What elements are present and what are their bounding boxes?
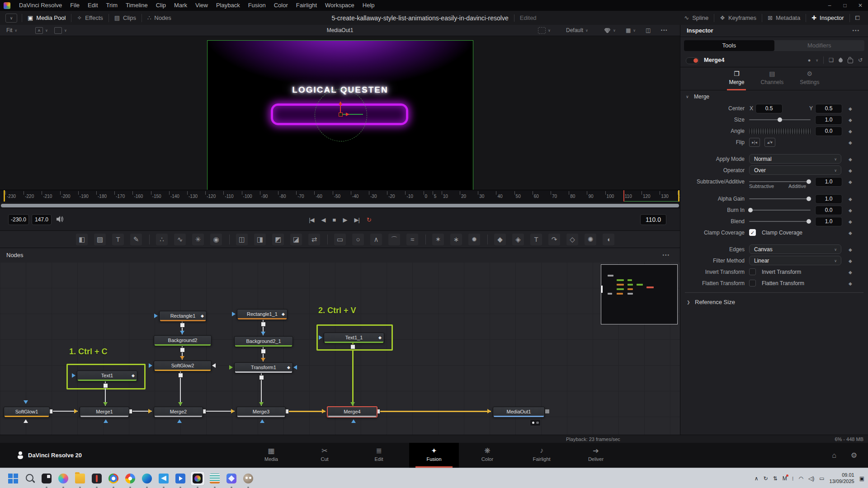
slider-thumb[interactable] bbox=[748, 208, 753, 212]
tray-updown-icon[interactable]: ⇅ bbox=[773, 475, 778, 482]
keyframes-button[interactable]: ❖Keyframes bbox=[714, 11, 762, 25]
keyframe-diamond-icon[interactable]: ◆ bbox=[849, 165, 852, 176]
menu-edit[interactable]: Edit bbox=[84, 0, 102, 11]
tab-modifiers[interactable]: Modifiers bbox=[774, 40, 865, 51]
lock-icon[interactable] bbox=[848, 59, 853, 63]
param-dropdown[interactable]: Canvas∨ bbox=[749, 244, 841, 254]
reset-icon[interactable]: ↺ bbox=[858, 57, 863, 63]
bender3d-tool-icon[interactable]: ↷ bbox=[548, 234, 560, 245]
lut-dropdown[interactable]: Default∨ bbox=[566, 25, 588, 36]
param-checkbox[interactable] bbox=[749, 268, 756, 275]
node-merge1[interactable]: Merge1 bbox=[80, 407, 129, 417]
pmerge-tool-icon[interactable]: ∗ bbox=[450, 234, 462, 245]
param-value-field[interactable]: 0.0 bbox=[815, 127, 842, 136]
interface-toggle-button[interactable]: ∨ bbox=[5, 14, 17, 23]
keyframe-diamond-icon[interactable]: ◆ bbox=[849, 154, 852, 165]
tray-expand-icon[interactable]: ∧ bbox=[755, 475, 759, 482]
text-tool-icon[interactable]: T bbox=[112, 234, 124, 245]
keyframe-diamond-icon[interactable]: ◆ bbox=[849, 193, 852, 205]
keyframe-diamond-icon[interactable]: ◆ bbox=[849, 137, 852, 148]
step-back-button[interactable]: ◀ bbox=[321, 216, 326, 223]
flip-horizontal-button[interactable]: ▸|◂ bbox=[749, 138, 760, 147]
color-controls-button[interactable]: ∨ bbox=[604, 25, 616, 36]
tray-wifi-icon[interactable]: ◠ bbox=[799, 475, 803, 482]
keyframe-diamond-icon[interactable]: ◆ bbox=[849, 227, 852, 239]
keyframe-diamond-icon[interactable]: ◆ bbox=[849, 176, 852, 188]
menu-color[interactable]: Color bbox=[270, 0, 292, 11]
rectangle-mask-tool-icon[interactable]: ▭ bbox=[334, 234, 346, 245]
tray-mail-icon[interactable]: M bbox=[783, 475, 787, 482]
renderer3d-tool-icon[interactable]: ◖ bbox=[603, 234, 614, 245]
menu-timeline[interactable]: Timeline bbox=[122, 0, 152, 11]
tray-mic-icon[interactable]: ⁝ bbox=[792, 475, 794, 482]
keyframe-diamond-icon[interactable]: ◆ bbox=[849, 216, 852, 227]
taskbar-chrome-icon[interactable] bbox=[107, 472, 120, 485]
loop-button[interactable]: ↻ bbox=[367, 216, 371, 223]
page-tab-cut[interactable]: ✂Cut bbox=[300, 443, 349, 468]
paint-tool-icon[interactable]: ✎ bbox=[130, 234, 142, 245]
flip-vertical-button[interactable]: ▴/▾ bbox=[764, 138, 775, 147]
light3d-tool-icon[interactable]: ✺ bbox=[585, 234, 596, 245]
taskbar-google-app-icon[interactable] bbox=[123, 472, 137, 485]
page-tab-media[interactable]: ▦Media bbox=[246, 443, 296, 468]
page-tab-deliver[interactable]: ➔Deliver bbox=[571, 443, 621, 468]
inspector-options-button[interactable]: ••• bbox=[852, 25, 860, 37]
param-dropdown[interactable]: Normal∨ bbox=[749, 154, 841, 164]
menu-davinci-resolve[interactable]: DaVinci Resolve bbox=[15, 0, 66, 11]
axis-center-handle[interactable] bbox=[339, 113, 343, 117]
metadata-button[interactable]: ⊠Metadata bbox=[762, 11, 806, 25]
merge-section-header[interactable]: ∨ Merge bbox=[680, 90, 868, 103]
keyframe-diamond-icon[interactable]: ◆ bbox=[849, 267, 852, 278]
pin-icon[interactable] bbox=[838, 57, 844, 63]
param-slider[interactable] bbox=[749, 119, 811, 120]
taskbar-notes-app-icon[interactable] bbox=[208, 472, 222, 485]
node-transform1[interactable]: Transform1◆ bbox=[234, 362, 293, 373]
dual-monitor-button[interactable]: ⧠ bbox=[850, 11, 865, 25]
param-dropdown[interactable]: Over∨ bbox=[749, 165, 841, 175]
colorcorrector-tool-icon[interactable]: ✳ bbox=[192, 234, 204, 245]
tray-battery-icon[interactable]: ▭ bbox=[819, 475, 824, 482]
param-value-field[interactable]: 1.0 bbox=[815, 217, 842, 226]
maximize-button[interactable]: □ bbox=[837, 0, 853, 11]
shape3d-tool-icon[interactable]: ◈ bbox=[512, 234, 524, 245]
imageplane3d-tool-icon[interactable]: ◆ bbox=[494, 234, 506, 245]
taskbar-phone-app-icon[interactable] bbox=[90, 472, 104, 485]
text3d-tool-icon[interactable]: T bbox=[530, 234, 542, 245]
menu-trim[interactable]: Trim bbox=[102, 0, 122, 11]
keyframe-diamond-icon[interactable]: ◆ bbox=[849, 205, 852, 216]
node-rectangle1_1[interactable]: Rectangle1_1◆ bbox=[237, 309, 288, 319]
stop-button[interactable]: ■ bbox=[333, 216, 336, 223]
node-merge4[interactable]: Merge4 bbox=[327, 406, 377, 418]
taskbar-gimp-icon[interactable] bbox=[241, 472, 255, 485]
merge-tool-icon[interactable]: ◫ bbox=[236, 234, 248, 245]
ellipse-mask-tool-icon[interactable]: ○ bbox=[352, 234, 364, 245]
node-graph[interactable]: SoftGlow1Merge1Merge2Merge3Merge4MediaOu… bbox=[0, 262, 680, 435]
bspline-mask-tool-icon[interactable]: ⌒ bbox=[388, 234, 400, 245]
keyframe-diamond-icon[interactable]: ◆ bbox=[849, 278, 852, 289]
dissolve-tool-icon[interactable]: ◨ bbox=[254, 234, 266, 245]
menu-help[interactable]: Help bbox=[359, 0, 379, 11]
node-mediaout1[interactable]: MediaOut1 bbox=[493, 407, 545, 417]
taskbar-copilot-icon[interactable] bbox=[57, 472, 70, 485]
page-tab-color[interactable]: ❋Color bbox=[462, 443, 512, 468]
node-merge2[interactable]: Merge2 bbox=[154, 407, 203, 417]
tray-sync-icon[interactable]: ↻ bbox=[764, 475, 768, 482]
param-checkbox[interactable]: ✓ bbox=[749, 229, 756, 236]
param-slider[interactable] bbox=[749, 210, 811, 211]
center-y-field[interactable]: 0.5 bbox=[815, 104, 842, 113]
effects-button[interactable]: ✧Effects bbox=[71, 11, 108, 25]
node-softglow2[interactable]: SoftGlow2 bbox=[154, 361, 212, 371]
page-tab-fusion[interactable]: ✦Fusion bbox=[409, 443, 459, 468]
prender-tool-icon[interactable]: ✹ bbox=[468, 234, 480, 245]
chevron-down-icon[interactable]: ∨ bbox=[816, 58, 818, 62]
taskbar-clock[interactable]: 09.01 13/09/2025 bbox=[830, 472, 854, 485]
keyframe-diamond-icon[interactable]: ◆ bbox=[849, 114, 852, 126]
guides-button[interactable]: ▦∨ bbox=[626, 25, 636, 36]
blur-tool-icon[interactable]: ∴ bbox=[156, 234, 168, 245]
channelbooleans-tool-icon[interactable]: ◩ bbox=[272, 234, 284, 245]
polygon-mask-tool-icon[interactable]: ∧ bbox=[370, 234, 382, 245]
center-x-field[interactable]: 0.5 bbox=[755, 104, 783, 113]
split-view-button[interactable]: ◫ bbox=[646, 25, 651, 36]
node-softglow1[interactable]: SoftGlow1 bbox=[4, 407, 50, 417]
slider-thumb[interactable] bbox=[807, 197, 811, 201]
